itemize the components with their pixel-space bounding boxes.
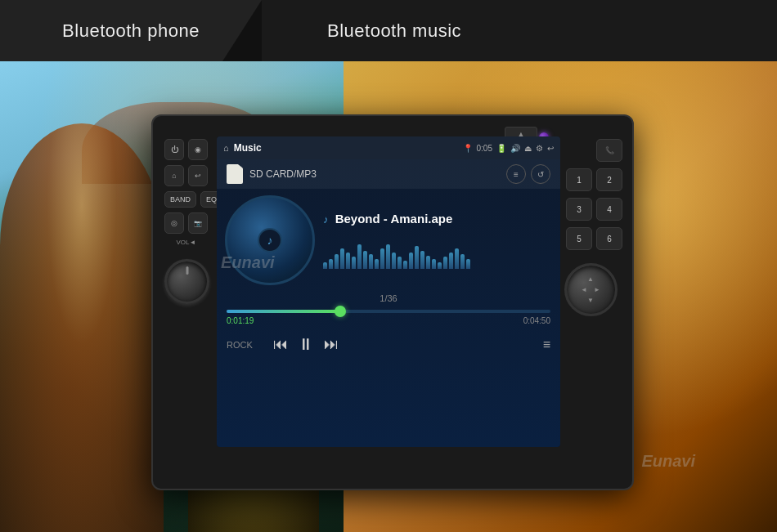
wave-bar — [386, 244, 390, 269]
topbar-home-icon: ⌂ — [223, 143, 229, 153]
progress-knob[interactable] — [335, 306, 346, 317]
num2-button[interactable]: 2 — [596, 168, 622, 191]
track-counter: 1/36 — [217, 292, 560, 305]
power-button[interactable]: ⏻ — [164, 139, 184, 160]
nav-right-icon: ► — [594, 286, 600, 293]
album-art-center: ♪ — [258, 228, 282, 253]
wave-bar — [449, 253, 453, 269]
wave-bar — [363, 251, 367, 269]
song-title: ♪ Beyond - Amani.ape — [323, 212, 552, 226]
back-button[interactable]: ↩ — [188, 165, 208, 186]
wave-bar — [460, 254, 465, 269]
power-icon: ⏻ — [171, 145, 178, 154]
num4-button[interactable]: 4 — [596, 198, 622, 221]
wave-bar — [380, 248, 384, 269]
num5-button[interactable]: 5 — [566, 227, 592, 250]
track-total: 36 — [387, 293, 397, 303]
track-current: 1 — [380, 293, 384, 303]
sd-controls: ≡ ↺ — [506, 164, 550, 184]
music-screen: ⌂ Music 📍 0:05 🔋 🔊 ⏏ ⚙ ↩ SD CARD/MP3 — [217, 136, 560, 447]
left-button-panel: ⏻ ◉ ⌂ ↩ BAND EQ ◎ — [159, 132, 213, 476]
player-controls: ROCK ⏮ ⏸ ⏭ ≡ — [217, 330, 560, 359]
music-note-icon: ♪ — [267, 234, 273, 247]
song-note-icon: ♪ — [323, 213, 329, 226]
btn-row-3: BAND EQ — [164, 191, 208, 208]
topbar-title: Music — [234, 142, 458, 154]
progress-bar[interactable] — [227, 310, 550, 313]
home-icon: ⌂ — [172, 172, 176, 180]
header: Bluetooth phone Bluetooth music — [0, 0, 777, 61]
wave-bar — [403, 261, 407, 269]
waveform — [323, 232, 552, 269]
wave-bar — [323, 262, 327, 269]
song-area: ♪ ♪ Beyond - Amani.ape — [217, 189, 560, 292]
topbar-back-icon: ↩ — [547, 144, 554, 153]
vol-label: VOL◄ — [164, 239, 208, 246]
wave-bar — [443, 257, 447, 269]
music-player: SD CARD/MP3 ≡ ↺ ♪ ♪ — [217, 159, 560, 447]
album-art: ♪ — [225, 195, 315, 285]
screen-topbar: ⌂ Music 📍 0:05 🔋 🔊 ⏏ ⚙ ↩ — [217, 136, 560, 159]
wave-bar — [397, 257, 402, 269]
background: ♪ ♫ Eunavi Eunavi ▲ ⏻ ◉ ⌂ — [0, 61, 777, 532]
next-button[interactable]: ⏭ — [324, 336, 339, 353]
topbar-vol-icon: 🔊 — [510, 144, 520, 153]
btn-row-4: ◎ 📷 — [164, 212, 208, 234]
topbar-icons: 📍 0:05 🔋 🔊 ⏏ ⚙ ↩ — [463, 144, 554, 153]
list-view-button[interactable]: ≡ — [506, 164, 526, 184]
wave-bar — [438, 262, 442, 269]
play-pause-button[interactable]: ⏸ — [298, 335, 314, 354]
nav-knob[interactable]: ▲ ◄ ► ▼ — [564, 263, 618, 316]
time-row: 0:01:19 0:04:50 — [227, 316, 550, 325]
topbar-pin-icon: 📍 — [463, 144, 473, 153]
band-button[interactable]: BAND — [164, 191, 196, 208]
wave-bar — [409, 253, 413, 269]
wave-bar — [455, 248, 459, 269]
nav-down-icon: ▼ — [587, 297, 594, 304]
nav-left-icon: ◄ — [581, 286, 587, 293]
home-button[interactable]: ⌂ — [164, 165, 184, 186]
nav-button[interactable]: ◉ — [188, 139, 208, 160]
camera-button[interactable]: 📷 — [188, 212, 208, 234]
btn-row-1: ⏻ ◉ — [164, 139, 208, 160]
source-label: SD CARD/MP3 — [249, 168, 317, 180]
song-info: ♪ Beyond - Amani.ape — [323, 212, 552, 269]
topbar-time: 0:05 — [477, 144, 492, 153]
tab-bluetooth-music[interactable]: Bluetooth music — [262, 0, 777, 61]
progress-area[interactable]: 0:01:19 0:04:50 — [217, 305, 560, 330]
prev-button[interactable]: ⏮ — [273, 336, 288, 353]
call-button[interactable]: 📞 — [596, 139, 622, 162]
map-button[interactable]: ◎ — [164, 212, 184, 234]
right-btn-row-1: 📞 — [559, 139, 622, 162]
back-icon: ↩ — [195, 172, 201, 180]
wave-bar — [392, 253, 396, 269]
btn-row-2: ⌂ ↩ — [164, 165, 208, 186]
nav-knob-inner: ▲ ◄ ► ▼ — [581, 275, 600, 304]
wave-bar — [357, 244, 362, 269]
song-title-text: Beyond - Amani.ape — [335, 212, 453, 226]
playlist-button[interactable]: ≡ — [543, 338, 550, 352]
wave-bar — [335, 254, 339, 269]
call-icon: 📞 — [605, 146, 614, 154]
wave-bar — [340, 248, 344, 269]
right-btn-row-2: 1 2 — [559, 168, 622, 191]
head-unit: ▲ ⏻ ◉ ⌂ ↩ BAND EQ — [151, 114, 634, 490]
num1-button[interactable]: 1 — [566, 168, 592, 191]
wave-bar — [352, 257, 356, 269]
num6-button[interactable]: 6 — [596, 227, 622, 250]
right-btn-row-4: 5 6 — [559, 227, 622, 250]
right-btn-row-3: 3 4 — [559, 198, 622, 221]
num3-button[interactable]: 3 — [566, 198, 592, 221]
repeat-button[interactable]: ↺ — [531, 164, 550, 184]
right-button-panel: 📞 1 2 3 4 5 — [554, 132, 627, 476]
volume-knob[interactable] — [164, 259, 209, 304]
time-total: 0:04:50 — [523, 316, 550, 325]
tab-bluetooth-phone[interactable]: Bluetooth phone — [0, 0, 262, 61]
sd-bar: SD CARD/MP3 ≡ ↺ — [217, 159, 560, 189]
num2-label: 2 — [607, 176, 612, 185]
wave-bar — [466, 259, 470, 269]
topbar-battery-icon: 🔋 — [496, 144, 506, 153]
wave-bar — [369, 254, 373, 269]
sd-card-icon — [227, 164, 243, 184]
nav-icon: ◉ — [195, 145, 201, 154]
